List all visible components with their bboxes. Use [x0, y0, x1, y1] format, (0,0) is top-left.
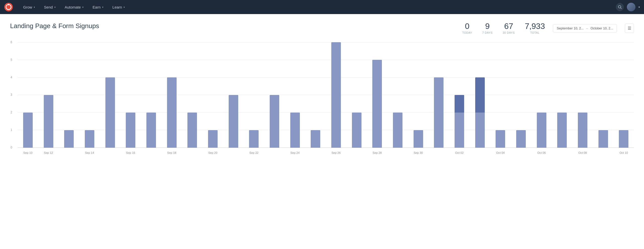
bar-light[interactable]: [537, 113, 546, 148]
bar-group: [141, 42, 162, 148]
bar-group: [387, 42, 408, 148]
bar-light[interactable]: [598, 130, 608, 148]
bar-group: [367, 42, 387, 148]
account-chevron-icon[interactable]: ▾: [638, 6, 640, 9]
bar-light[interactable]: [434, 77, 444, 148]
stat-30days: 67 30 DAYS: [503, 22, 515, 34]
bar-dark[interactable]: [455, 95, 464, 113]
bar-group: [346, 42, 367, 148]
nav-learn[interactable]: Learn ▾: [108, 3, 129, 11]
x-label: Oct 04: [490, 151, 511, 154]
nav-right: ▾: [616, 3, 640, 11]
x-label: Sep 28: [367, 151, 387, 154]
bar-light[interactable]: [311, 130, 320, 148]
bar-light[interactable]: [105, 77, 115, 148]
x-label: Sep 10: [18, 151, 38, 154]
x-label: Sep 30: [408, 151, 429, 154]
x-label: Oct 02: [449, 151, 470, 154]
chart-container: 6 5 4 3 2 1 0 Sep 10Sep 12Sep 14Sep 16Se…: [10, 42, 634, 158]
bar-dark[interactable]: [475, 77, 485, 113]
bar-group: [490, 42, 511, 148]
bar-light[interactable]: [475, 113, 485, 148]
page-title: Landing Page & Form Signups: [10, 22, 99, 30]
bar-light[interactable]: [516, 130, 526, 148]
bar-light[interactable]: [64, 130, 74, 148]
bar-light[interactable]: [331, 42, 341, 148]
bar-light[interactable]: [229, 95, 238, 148]
bar-group: [470, 42, 490, 148]
bar-group: [59, 42, 79, 148]
bar-light[interactable]: [44, 95, 53, 148]
bar-group: [244, 42, 264, 148]
bar-group: [182, 42, 203, 148]
x-label: Sep 14: [79, 151, 100, 154]
x-label: Oct 10: [613, 151, 634, 154]
bar-light[interactable]: [146, 113, 156, 148]
main-content: Landing Page & Form Signups 0 TODAY 9 7 …: [0, 14, 644, 249]
bar-light[interactable]: [557, 113, 567, 148]
bar-light[interactable]: [496, 130, 505, 148]
bar-group: [79, 42, 100, 148]
bar-light[interactable]: [208, 130, 218, 148]
chart-inner: 6 5 4 3 2 1 0 Sep 10Sep 12Sep 14Sep 16Se…: [18, 42, 634, 158]
search-icon[interactable]: [616, 3, 624, 11]
bar-light[interactable]: [85, 130, 94, 148]
bar-group: [285, 42, 305, 148]
nav-send[interactable]: Send ▾: [40, 3, 60, 11]
bar-group: [38, 42, 59, 148]
date-start: September 10, 2...: [557, 26, 584, 30]
bar-light[interactable]: [187, 113, 197, 148]
svg-point-2: [8, 4, 9, 5]
send-chevron-icon: ▾: [54, 6, 56, 9]
bar-light[interactable]: [167, 77, 177, 148]
date-range-picker[interactable]: September 10, 2... – October 10, 2...: [553, 24, 617, 32]
bar-light[interactable]: [619, 130, 628, 148]
stat-today: 0 TODAY: [462, 22, 472, 34]
bar-light[interactable]: [414, 130, 423, 148]
grow-chevron-icon: ▾: [34, 6, 35, 9]
nav-earn[interactable]: Earn ▾: [89, 3, 107, 11]
earn-chevron-icon: ▾: [102, 6, 103, 9]
bar-light[interactable]: [352, 113, 361, 148]
bar-group: [408, 42, 429, 148]
bar-light[interactable]: [455, 113, 464, 148]
bar-light[interactable]: [23, 113, 33, 148]
svg-line-4: [621, 8, 622, 9]
svg-point-3: [618, 6, 621, 8]
bar-light[interactable]: [126, 113, 135, 148]
bar-group: [18, 42, 38, 148]
stats-and-filter: 0 TODAY 9 7 DAYS 67 30 DAYS 7,933 TOTAL …: [462, 22, 634, 34]
stat-7days: 9 7 DAYS: [482, 22, 493, 34]
page-header: Landing Page & Form Signups 0 TODAY 9 7 …: [10, 22, 634, 34]
bar-light[interactable]: [393, 113, 403, 148]
bar-group: [120, 42, 141, 148]
avatar[interactable]: [627, 3, 635, 11]
navbar: Grow ▾ Send ▾ Automate ▾ Earn ▾ Learn ▾: [0, 0, 644, 14]
nav-automate[interactable]: Automate ▾: [61, 3, 88, 11]
bar-group: [449, 42, 470, 148]
bar-light[interactable]: [372, 60, 382, 148]
x-label: Sep 12: [38, 151, 59, 154]
nav-grow[interactable]: Grow ▾: [19, 3, 39, 11]
x-label: Oct 06: [531, 151, 552, 154]
x-label: Sep 16: [120, 151, 141, 154]
bars-area: [18, 42, 634, 148]
bar-group: [552, 42, 572, 148]
x-label: Sep 24: [285, 151, 305, 154]
logo[interactable]: [4, 3, 13, 12]
x-label: Sep 26: [326, 151, 346, 154]
date-separator: –: [586, 26, 588, 30]
bar-light[interactable]: [290, 113, 300, 148]
bar-group: [572, 42, 593, 148]
x-label: Sep 18: [162, 151, 182, 154]
bar-group: [531, 42, 552, 148]
bar-group: [326, 42, 346, 148]
menu-icon[interactable]: ☰: [625, 24, 634, 33]
bar-group: [305, 42, 326, 148]
bar-light[interactable]: [249, 130, 259, 148]
bar-group: [593, 42, 614, 148]
x-label: Sep 22: [244, 151, 264, 154]
bar-group: [100, 42, 120, 148]
bar-light[interactable]: [578, 113, 587, 148]
bar-light[interactable]: [270, 95, 279, 148]
